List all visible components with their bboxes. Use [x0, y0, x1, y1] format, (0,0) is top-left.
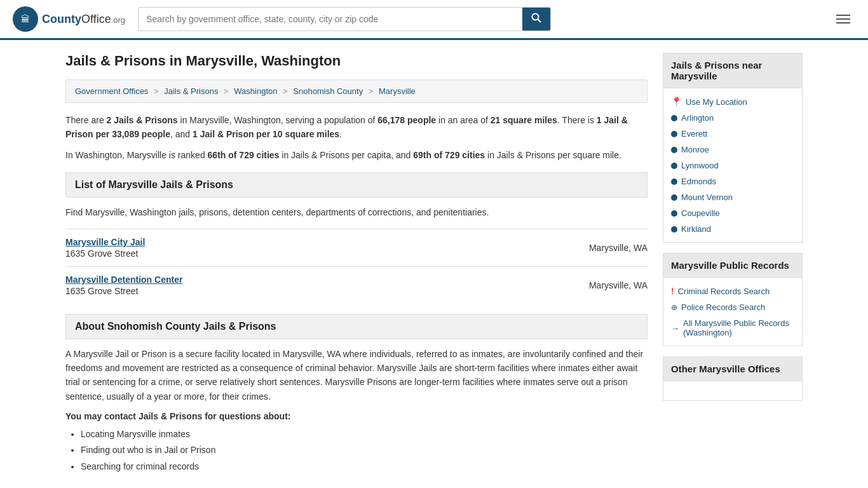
- sidebar-all-public-records[interactable]: → All Marysville Public Records (Washing…: [671, 315, 794, 341]
- dot-icon: [671, 115, 677, 121]
- breadcrumb: Government Offices > Jails & Prisons > W…: [65, 79, 648, 103]
- facility-address-2: 1635 Grove Street: [65, 286, 182, 296]
- header: 🏛 CountyOffice.org: [0, 0, 868, 40]
- sidebar-item-kirkland[interactable]: Kirkland: [671, 221, 794, 237]
- dot-icon: [671, 163, 677, 169]
- breadcrumb-marysville[interactable]: Marysville: [379, 86, 416, 96]
- facility-address-1: 1635 Grove Street: [65, 248, 145, 259]
- circle-icon: ⊕: [671, 303, 677, 312]
- sidebar-other-offices-title: Other Marysville Offices: [663, 357, 802, 381]
- location-icon: 📍: [671, 97, 682, 107]
- svg-point-2: [532, 14, 539, 20]
- exclamation-icon: !: [671, 286, 674, 296]
- search-button[interactable]: [522, 8, 550, 30]
- sidebar-item-monroe[interactable]: Monroe: [671, 142, 794, 158]
- sidebar-police-records[interactable]: ⊕ Police Records Search: [671, 299, 794, 315]
- breadcrumb-washington[interactable]: Washington: [234, 86, 277, 96]
- table-row: Marysville Detention Center 1635 Grove S…: [65, 266, 648, 304]
- breadcrumb-jails-prisons[interactable]: Jails & Prisons: [164, 86, 218, 96]
- list-section-desc: Find Marysville, Washington jails, priso…: [65, 205, 648, 219]
- search-input[interactable]: [139, 9, 522, 29]
- facility-name-link-2[interactable]: Marysville Detention Center: [65, 274, 182, 285]
- contact-heading: You may contact Jails & Prisons for ques…: [65, 411, 648, 421]
- sidebar-other-offices: Other Marysville Offices: [663, 356, 803, 401]
- sidebar-item-lynnwood[interactable]: Lynnwood: [671, 158, 794, 173]
- about-body: A Marysville Jail or Prison is a secure …: [65, 347, 648, 404]
- sidebar-item-mount-vernon[interactable]: Mount Vernon: [671, 189, 794, 205]
- sidebar-item-edmonds[interactable]: Edmonds: [671, 173, 794, 189]
- dot-icon: [671, 179, 677, 185]
- sidebar: Jails & Prisons near Marysville 📍 Use My…: [663, 53, 803, 475]
- logo-icon: 🏛: [13, 6, 38, 32]
- logo-text: CountyOffice.org: [42, 13, 125, 26]
- sidebar-nearby-body: 📍 Use My Location Arlington Everett Monr…: [663, 88, 802, 242]
- list-section-header: List of Marysville Jails & Prisons: [65, 172, 648, 198]
- sidebar-nearby-title: Jails & Prisons near Marysville: [663, 53, 802, 88]
- list-item: Locating Marysville inmates: [81, 426, 648, 442]
- summary-line1: There are 2 Jails & Prisons in Marysvill…: [65, 113, 648, 142]
- sidebar-nearby: Jails & Prisons near Marysville 📍 Use My…: [663, 53, 803, 243]
- search-bar: [138, 7, 551, 31]
- page-title: Jails & Prisons in Marysville, Washingto…: [65, 53, 648, 69]
- breadcrumb-gov-offices[interactable]: Government Offices: [75, 86, 148, 96]
- sidebar-criminal-records[interactable]: ! Criminal Records Search: [671, 283, 794, 299]
- facility-name-link-1[interactable]: Marysville City Jail: [65, 237, 145, 247]
- contact-list: Locating Marysville inmates Finding out …: [81, 426, 648, 475]
- svg-line-3: [538, 20, 541, 23]
- table-row: Marysville City Jail 1635 Grove Street M…: [65, 229, 648, 266]
- summary-line2: In Washington, Marysville is ranked 66th…: [65, 148, 648, 162]
- list-item: Searching for criminal records: [81, 459, 648, 475]
- sidebar-item-everett[interactable]: Everett: [671, 126, 794, 142]
- sidebar-other-offices-body: [663, 381, 802, 400]
- breadcrumb-snohomish[interactable]: Snohomish County: [293, 86, 363, 96]
- logo[interactable]: 🏛 CountyOffice.org: [13, 6, 125, 32]
- dot-icon: [671, 147, 677, 153]
- content-area: Jails & Prisons in Marysville, Washingto…: [65, 53, 648, 475]
- about-section-header: About Snohomish County Jails & Prisons: [65, 314, 648, 339]
- dot-icon: [671, 194, 677, 201]
- facility-location-1: Marysville, WA: [559, 243, 648, 253]
- svg-text:🏛: 🏛: [21, 14, 30, 24]
- facilities-list: Marysville City Jail 1635 Grove Street M…: [65, 229, 648, 304]
- sidebar-public-records: Marysville Public Records ! Criminal Rec…: [663, 253, 803, 346]
- list-item: Finding out who is in Jail or Prison: [81, 442, 648, 458]
- sidebar-public-records-body: ! Criminal Records Search ⊕ Police Recor…: [663, 278, 802, 346]
- sidebar-item-arlington[interactable]: Arlington: [671, 110, 794, 126]
- dot-icon: [671, 131, 677, 137]
- sidebar-use-location[interactable]: 📍 Use My Location: [671, 93, 794, 110]
- facility-location-2: Marysville, WA: [559, 280, 648, 290]
- menu-button[interactable]: [831, 10, 855, 29]
- main-container: Jails & Prisons in Marysville, Washingto…: [53, 40, 815, 487]
- dot-icon: [671, 226, 677, 233]
- sidebar-public-records-title: Marysville Public Records: [663, 254, 802, 278]
- dot-icon: [671, 210, 677, 217]
- arrow-icon: →: [671, 323, 679, 333]
- sidebar-item-coupeville[interactable]: Coupeville: [671, 205, 794, 221]
